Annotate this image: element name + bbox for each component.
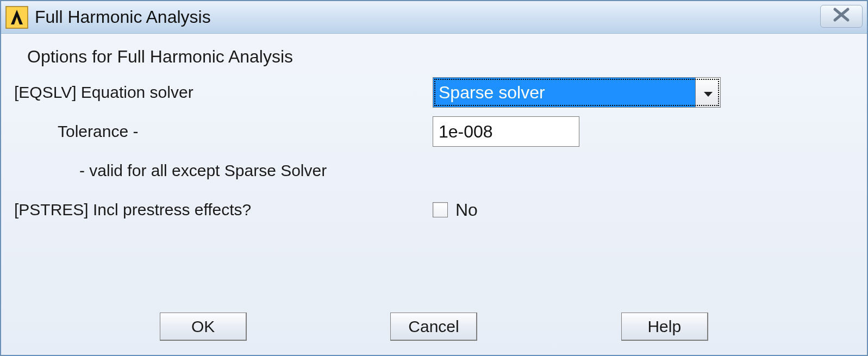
title-bar: Full Harmonic Analysis	[1, 1, 867, 34]
row-eqslv: [EQSLV] Equation solver Sparse solver	[9, 77, 859, 108]
equation-solver-dropdown[interactable]: Sparse solver	[433, 77, 721, 108]
help-button[interactable]: Help	[621, 313, 708, 341]
cancel-button[interactable]: Cancel	[390, 313, 477, 341]
eqslv-label: [EQSLV] Equation solver	[9, 83, 433, 102]
prestress-checkbox-group: No	[433, 200, 859, 220]
row-pstres: [PSTRES] Incl prestress effects? No	[9, 194, 859, 226]
options-subtitle: Options for Full Harmonic Analysis	[9, 47, 859, 67]
dialog-client-area: Options for Full Harmonic Analysis [EQSL…	[1, 34, 867, 355]
equation-solver-value: Sparse solver	[433, 78, 695, 107]
pstres-label: [PSTRES] Incl prestress effects?	[9, 201, 433, 219]
ok-button[interactable]: OK	[160, 313, 247, 341]
row-tolerance: Tolerance -	[9, 116, 859, 147]
tolerance-label: Tolerance -	[9, 122, 433, 141]
row-tolerance-note: - valid for all except Sparse Solver	[9, 155, 859, 186]
tolerance-note: - valid for all except Sparse Solver	[9, 161, 433, 180]
dialog-title: Full Harmonic Analysis	[35, 7, 211, 27]
prestress-checkbox-label: No	[455, 200, 478, 220]
app-icon	[5, 6, 28, 29]
tolerance-input[interactable]	[433, 116, 579, 147]
close-icon	[832, 7, 851, 27]
prestress-checkbox[interactable]	[433, 202, 448, 217]
dialog-window: Full Harmonic Analysis Options for Full …	[0, 0, 868, 356]
dropdown-arrow-button[interactable]	[695, 78, 720, 107]
chevron-down-icon	[703, 83, 713, 102]
close-button[interactable]	[820, 5, 863, 28]
button-row: OK Cancel Help	[1, 313, 867, 341]
